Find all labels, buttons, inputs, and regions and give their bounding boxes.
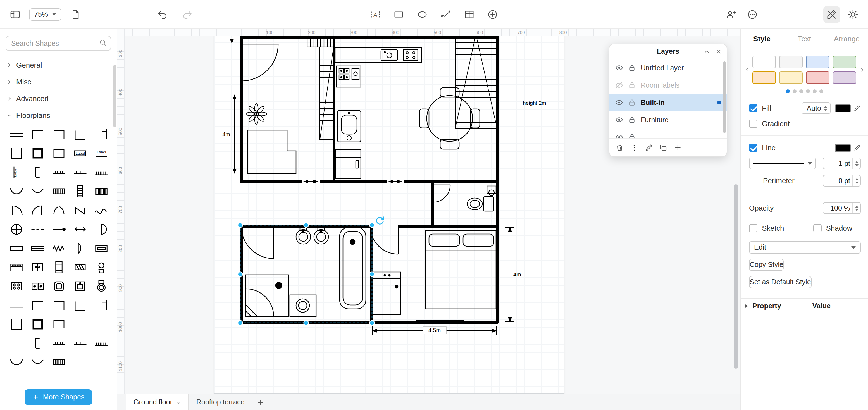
floorplan-shape-thumbnail[interactable] — [6, 125, 27, 144]
insert-shape-icon[interactable] — [484, 6, 501, 23]
floorplan-shape-thumbnail[interactable] — [27, 352, 48, 372]
page-tab[interactable]: Ground floor — [126, 395, 189, 410]
floorplan-shape-thumbnail[interactable] — [91, 162, 112, 182]
floorplan-shape-thumbnail[interactable] — [91, 200, 112, 220]
perimeter-stepper[interactable]: 0 pt — [823, 175, 861, 187]
eye-icon[interactable] — [615, 116, 623, 124]
floorplan-shape-thumbnail[interactable] — [69, 220, 91, 239]
floorplan-shape-thumbnail[interactable] — [27, 182, 48, 200]
duplicate-layer-icon[interactable] — [659, 143, 668, 152]
floorplan-shape-thumbnail[interactable] — [27, 125, 48, 144]
floorplan-shape-thumbnail[interactable] — [48, 125, 69, 144]
floorplan-shape-thumbnail[interactable] — [48, 220, 69, 239]
presets-next-icon[interactable] — [858, 66, 865, 73]
style-preset-swatch[interactable] — [806, 56, 830, 68]
floorplan-shape-thumbnail[interactable] — [6, 314, 27, 334]
swatch-page-dot[interactable] — [792, 89, 796, 93]
collapse-panel-icon[interactable] — [704, 48, 710, 55]
line-color-edit-icon[interactable] — [854, 144, 861, 151]
floorplan-shape-thumbnail[interactable] — [48, 314, 69, 334]
fill-mode-select[interactable]: Auto — [802, 102, 831, 114]
eye-icon[interactable] — [615, 64, 623, 72]
theme-light-icon[interactable] — [844, 6, 861, 23]
floorplan-shape-thumbnail[interactable] — [27, 334, 48, 352]
eye-icon[interactable] — [615, 133, 623, 138]
plant[interactable] — [246, 104, 267, 124]
stepper-arrows-icon[interactable] — [852, 176, 860, 186]
floorplan-shape-thumbnail[interactable]: Label — [69, 144, 91, 162]
copy-style-button[interactable]: Copy Style — [749, 259, 784, 271]
floorplan-shape-thumbnail[interactable] — [6, 182, 27, 200]
line-style-select[interactable] — [749, 158, 816, 169]
floorplan-shape-thumbnail[interactable] — [91, 334, 112, 352]
table-tool-icon[interactable] — [461, 6, 477, 23]
sidebar-scrollbar[interactable] — [114, 65, 116, 127]
line-checkbox[interactable] — [749, 144, 757, 152]
sidebar-section-floorplans[interactable]: Floorplans — [0, 107, 117, 123]
gradient-checkbox[interactable] — [749, 120, 757, 128]
edit-style-select[interactable]: Edit — [749, 241, 861, 254]
swatch-page-dot[interactable] — [819, 89, 823, 93]
more-menu-icon[interactable] — [744, 6, 761, 23]
floorplan-shape-thumbnail[interactable] — [69, 162, 91, 182]
page-tab[interactable]: Rooftop terrace — [189, 395, 252, 410]
stairs-large[interactable] — [455, 36, 497, 128]
floorplan-shape-thumbnail[interactable] — [27, 220, 48, 239]
floorplan-shape-thumbnail[interactable] — [48, 239, 69, 257]
floorplan-shape-thumbnail[interactable] — [27, 239, 48, 257]
swatch-page-dot[interactable] — [812, 89, 816, 93]
stairs-small[interactable] — [319, 47, 334, 140]
floorplan-shape-thumbnail[interactable] — [69, 295, 91, 314]
floorplan-shape-thumbnail[interactable] — [48, 352, 69, 372]
floorplan-shape-thumbnail[interactable] — [91, 295, 112, 314]
dimension-right-label[interactable]: 4m — [513, 272, 521, 278]
threshold[interactable] — [416, 319, 464, 324]
lock-icon[interactable] — [628, 116, 636, 124]
sketch-checkbox[interactable] — [749, 224, 757, 232]
height-annotation-group[interactable]: height 2m — [498, 100, 546, 106]
floorplan-shape-thumbnail[interactable] — [69, 239, 91, 257]
floorplan-shape-thumbnail[interactable] — [48, 295, 69, 314]
style-preset-swatch[interactable] — [752, 71, 776, 84]
floorplan-shape-thumbnail[interactable] — [6, 239, 27, 257]
floorplan-shape-thumbnail[interactable] — [91, 314, 112, 334]
floorplan-shape-thumbnail[interactable] — [27, 295, 48, 314]
floorplan-shape-thumbnail[interactable] — [6, 277, 27, 295]
desk[interactable] — [247, 130, 296, 174]
bed[interactable] — [426, 231, 496, 309]
dimension-bottom-label[interactable]: 4.5m — [428, 327, 441, 333]
floorplan-shape-thumbnail[interactable] — [6, 257, 27, 277]
presets-prev-icon[interactable] — [743, 66, 751, 73]
eye-off-icon[interactable] — [615, 81, 623, 89]
height-annotation-label[interactable]: height 2m — [523, 100, 546, 106]
floorplan-shape-thumbnail[interactable] — [48, 200, 69, 220]
swatch-page-dot[interactable] — [785, 89, 789, 93]
text-tool-icon[interactable]: A — [367, 6, 384, 23]
fill-checkbox[interactable] — [749, 104, 757, 112]
wardrobe[interactable] — [373, 272, 401, 314]
line-color-swatch[interactable] — [835, 144, 851, 152]
style-preset-swatch[interactable] — [833, 71, 856, 84]
floorplan-shape-thumbnail[interactable] — [69, 277, 91, 295]
layer-row[interactable]: Furniture — [610, 111, 727, 128]
page-outline-icon[interactable] — [67, 6, 84, 23]
floorplan-shape-thumbnail[interactable]: Label — [91, 144, 112, 162]
add-layer-icon[interactable] — [674, 143, 682, 152]
sidebar-section-general[interactable]: General — [0, 56, 117, 73]
floorplan-shape-thumbnail[interactable] — [48, 257, 69, 277]
floorplan-shape-thumbnail[interactable] — [6, 220, 27, 239]
sidebar-section-advanced[interactable]: Advanced — [0, 90, 117, 107]
lock-icon[interactable] — [628, 81, 636, 89]
set-default-style-button[interactable]: Set as Default Style — [749, 276, 812, 288]
floorplan-shape-thumbnail[interactable] — [27, 144, 48, 162]
floorplan-shape-thumbnail[interactable] — [6, 295, 27, 314]
ellipse-tool-icon[interactable] — [414, 6, 431, 23]
lock-icon[interactable] — [628, 64, 636, 72]
floorplan-shape-thumbnail[interactable] — [27, 200, 48, 220]
freehand-tool-icon[interactable] — [437, 6, 454, 23]
share-icon[interactable] — [723, 6, 740, 23]
expand-triangle-icon[interactable] — [745, 304, 748, 308]
more-shapes-button[interactable]: More Shapes — [25, 389, 92, 405]
floorplan-shape-thumbnail[interactable] — [6, 334, 27, 352]
style-preset-swatch[interactable] — [752, 56, 776, 68]
